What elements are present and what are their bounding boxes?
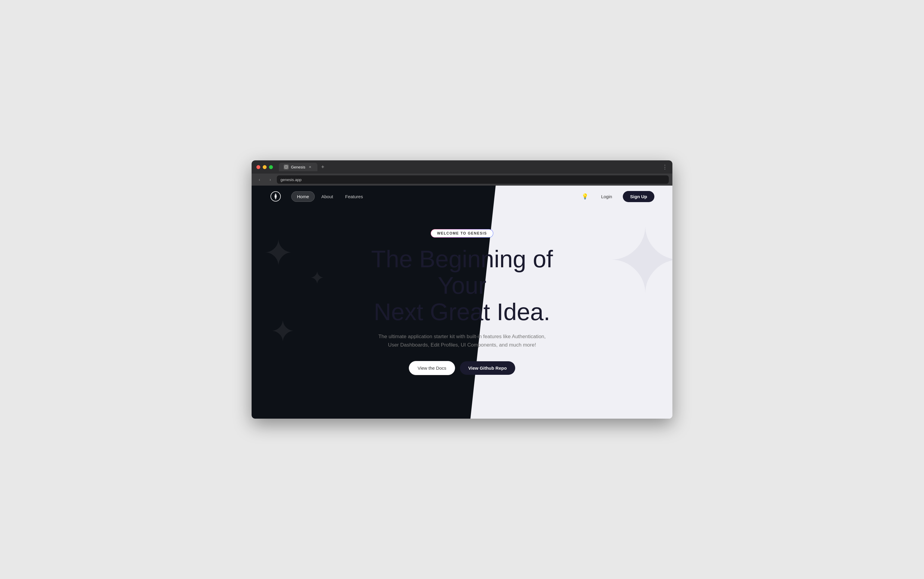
navbar: Home About Features 💡 Login Sign Up	[251, 186, 673, 207]
welcome-badge: WELCOME TO GENESIS	[431, 229, 493, 237]
login-button[interactable]: Login	[595, 191, 618, 201]
nav-right: 💡 Login Sign Up	[579, 191, 654, 202]
fullscreen-dot[interactable]	[269, 165, 273, 169]
browser-window: Genesis ✕ + ⋮ ‹ › genesis.app ✦ ✦ ✦ ✦	[251, 160, 673, 419]
nav-link-features[interactable]: Features	[340, 191, 368, 201]
browser-titlebar: Genesis ✕ + ⋮	[251, 160, 673, 173]
tab-close-button[interactable]: ✕	[308, 165, 313, 169]
browser-toolbar: ‹ › genesis.app	[251, 173, 673, 186]
tab-favicon	[284, 165, 289, 169]
address-bar[interactable]: genesis.app	[277, 175, 669, 184]
view-docs-button[interactable]: View the Docs	[409, 361, 455, 375]
minimize-dot[interactable]	[263, 165, 267, 169]
nav-link-home[interactable]: Home	[291, 191, 315, 202]
address-text: genesis.app	[281, 177, 302, 182]
nav-links: Home About Features	[291, 191, 368, 202]
website-content: ✦ ✦ ✦ ✦ Home Abo	[251, 186, 673, 419]
hero-buttons: View the Docs View Github Repo	[409, 361, 515, 375]
signup-button[interactable]: Sign Up	[623, 191, 654, 202]
nav-link-about[interactable]: About	[316, 191, 338, 201]
back-button[interactable]: ‹	[255, 175, 264, 184]
view-github-button[interactable]: View Github Repo	[460, 361, 515, 375]
new-tab-button[interactable]: +	[318, 163, 327, 171]
close-dot[interactable]	[256, 165, 260, 169]
hero-title-line2: Next Great Idea.	[374, 299, 550, 325]
hero-section: WELCOME TO GENESIS The Beginning of Your…	[251, 186, 673, 419]
theme-toggle-button[interactable]: 💡	[579, 191, 590, 202]
logo-icon	[270, 191, 281, 202]
nav-left: Home About Features	[270, 190, 368, 203]
window-menu-button[interactable]: ⋮	[662, 164, 668, 170]
tab-area: Genesis ✕ +	[279, 163, 327, 171]
svg-point-2	[275, 196, 276, 197]
hero-title: The Beginning of Your Next Great Idea.	[354, 246, 570, 325]
tab-title: Genesis	[291, 165, 305, 169]
hero-title-line1: The Beginning of Your	[371, 246, 553, 299]
browser-tab-genesis[interactable]: Genesis ✕	[279, 163, 317, 171]
welcome-badge-text: WELCOME TO GENESIS	[437, 231, 487, 236]
hero-subtitle: The ultimate application starter kit wit…	[378, 332, 546, 348]
nav-logo[interactable]	[270, 190, 282, 203]
forward-button[interactable]: ›	[266, 175, 274, 184]
